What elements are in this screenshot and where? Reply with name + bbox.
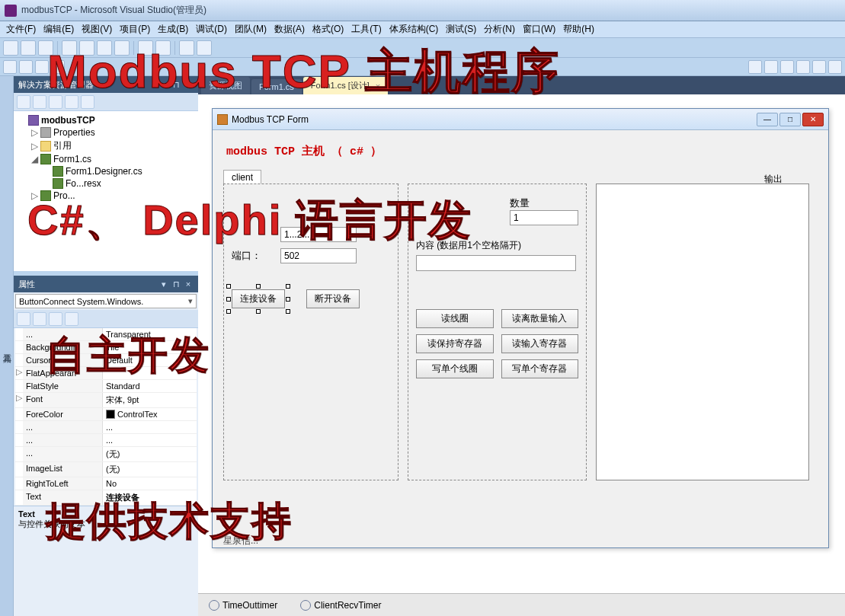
property-row[interactable]: FlatStyleStandard bbox=[15, 380, 197, 393]
menu-item[interactable]: 帮助(H) bbox=[560, 21, 597, 37]
menu-item[interactable]: 生成(B) bbox=[155, 21, 191, 37]
toolbar-button[interactable] bbox=[81, 95, 94, 109]
tree-item[interactable]: Form1.Designer.cs bbox=[15, 165, 197, 177]
menu-item[interactable]: 项目(P) bbox=[117, 21, 153, 37]
form-designer[interactable]: Modbus TCP Form — □ ✕ modbus TCP 主机 （ c#… bbox=[198, 94, 845, 593]
modbus-op-button[interactable]: 读线圈 bbox=[416, 309, 494, 328]
timer-component[interactable]: ClientRecvTimer bbox=[300, 600, 381, 611]
toolbox-tab[interactable]: 工具箱 bbox=[0, 76, 14, 616]
toolbar-button[interactable] bbox=[17, 312, 30, 326]
property-row[interactable]: BackgroundInTile bbox=[15, 341, 197, 354]
toolbar-button[interactable] bbox=[179, 40, 194, 56]
menu-item[interactable]: 数据(A) bbox=[271, 21, 308, 37]
toolbar-button[interactable] bbox=[155, 40, 171, 56]
timer-component[interactable]: TimeOuttimer bbox=[209, 600, 277, 611]
toolbar-button[interactable] bbox=[35, 60, 49, 74]
toolbar-button[interactable] bbox=[828, 60, 842, 74]
modbus-op-button[interactable]: 写单个线圈 bbox=[416, 359, 494, 378]
toolbar-button[interactable] bbox=[33, 312, 46, 326]
ip-input[interactable] bbox=[280, 227, 357, 242]
toolbar-button[interactable] bbox=[65, 312, 78, 326]
close-button[interactable]: ✕ bbox=[802, 113, 824, 126]
property-row[interactable]: ▷FlatAppearan bbox=[15, 367, 197, 380]
tree-item[interactable]: ▷Properties bbox=[15, 126, 197, 139]
toolbar-button[interactable] bbox=[38, 40, 53, 56]
dropdown-icon[interactable]: ▾ bbox=[158, 279, 169, 289]
toolbar-button[interactable] bbox=[138, 40, 153, 56]
menu-item[interactable]: 编辑(E) bbox=[40, 21, 77, 37]
close-icon[interactable]: × bbox=[376, 81, 380, 91]
modbus-op-button[interactable]: 读离散量输入 bbox=[501, 309, 579, 328]
toolbar-button[interactable] bbox=[97, 40, 112, 56]
toolbar-button[interactable] bbox=[3, 60, 17, 74]
toolbar-button[interactable] bbox=[17, 95, 30, 109]
tree-item[interactable]: ▷引用 bbox=[15, 139, 197, 153]
designed-form[interactable]: Modbus TCP Form — □ ✕ modbus TCP 主机 （ c#… bbox=[212, 108, 829, 548]
qty-input[interactable] bbox=[510, 210, 578, 225]
property-row[interactable]: ...Transparent bbox=[15, 328, 197, 341]
property-row[interactable]: ForeColorControlTex bbox=[15, 408, 197, 421]
menu-item[interactable]: 视图(V) bbox=[78, 21, 115, 37]
menu-item[interactable]: 调试(D) bbox=[193, 21, 230, 37]
toolbar-button[interactable] bbox=[49, 95, 62, 109]
properties-grid[interactable]: ...TransparentBackgroundInTileCursorDefa… bbox=[15, 328, 197, 506]
menu-item[interactable]: 测试(S) bbox=[443, 21, 479, 37]
content-input[interactable] bbox=[416, 255, 576, 271]
toolbar-button[interactable] bbox=[812, 60, 826, 74]
toolbar-button[interactable] bbox=[21, 40, 36, 56]
toolbar-button[interactable] bbox=[197, 40, 212, 56]
toolbar-button[interactable] bbox=[780, 60, 794, 74]
tree-item[interactable]: modbusTCP bbox=[15, 114, 197, 126]
menu-item[interactable]: 分析(N) bbox=[481, 21, 518, 37]
toolbar-button[interactable] bbox=[62, 40, 77, 56]
tab-client[interactable]: client bbox=[223, 170, 261, 184]
expand-icon[interactable]: ▷ bbox=[30, 141, 38, 152]
document-tab[interactable]: Form1.cs [设计]× bbox=[303, 77, 388, 94]
property-row[interactable]: ▷Font宋体, 9pt bbox=[15, 393, 197, 408]
menu-item[interactable]: 文件(F) bbox=[3, 21, 39, 37]
close-icon[interactable]: × bbox=[183, 279, 194, 289]
document-tab[interactable]: Form1.cs bbox=[251, 79, 302, 94]
port-input[interactable] bbox=[280, 248, 357, 263]
property-row[interactable]: CursorDefault bbox=[15, 354, 197, 367]
tree-item[interactable]: Fo...resx bbox=[15, 177, 197, 190]
property-row[interactable]: ...... bbox=[15, 421, 197, 434]
dropdown-icon[interactable]: ▾ bbox=[158, 79, 169, 90]
property-row[interactable]: Text连接设备 bbox=[15, 490, 197, 506]
toolbar-button[interactable] bbox=[748, 60, 762, 74]
property-row[interactable]: ImageList(无) bbox=[15, 462, 197, 477]
toolbar-button[interactable] bbox=[33, 95, 46, 109]
maximize-button[interactable]: □ bbox=[779, 113, 801, 126]
toolbar-button[interactable] bbox=[79, 40, 94, 56]
pin-icon[interactable]: ⊓ bbox=[171, 279, 181, 289]
pin-icon[interactable]: ⊓ bbox=[171, 79, 181, 90]
toolbar-button[interactable] bbox=[19, 60, 33, 74]
toolbar-button[interactable] bbox=[51, 60, 65, 74]
tree-item[interactable]: ◢Form1.cs bbox=[15, 153, 197, 165]
menu-item[interactable]: 格式(O) bbox=[309, 21, 347, 37]
modbus-op-button[interactable]: 读保持寄存器 bbox=[416, 334, 494, 353]
toolbar-button[interactable] bbox=[114, 40, 130, 56]
expand-icon[interactable]: ◢ bbox=[30, 154, 38, 164]
output-textbox[interactable] bbox=[596, 184, 809, 480]
menu-item[interactable]: 团队(M) bbox=[232, 21, 270, 37]
menu-item[interactable]: 体系结构(C) bbox=[386, 21, 442, 37]
minimize-button[interactable]: — bbox=[757, 113, 778, 126]
toolbar-button[interactable] bbox=[764, 60, 778, 74]
property-row[interactable]: ...... bbox=[15, 434, 197, 447]
disconnect-button[interactable]: 断开设备 bbox=[306, 289, 360, 308]
property-row[interactable]: RightToLeftNo bbox=[15, 477, 197, 490]
solution-tree[interactable]: modbusTCP▷Properties▷引用◢Form1.csForm1.De… bbox=[14, 111, 198, 271]
toolbar-button[interactable] bbox=[796, 60, 810, 74]
document-tab[interactable]: 资源视图 bbox=[201, 77, 250, 94]
tree-item[interactable]: ▷Pro... bbox=[15, 190, 197, 202]
menu-item[interactable]: 窗口(W) bbox=[520, 21, 559, 37]
modbus-op-button[interactable]: 读输入寄存器 bbox=[501, 334, 579, 353]
toolbar-button[interactable] bbox=[49, 312, 62, 326]
toolbar-button[interactable] bbox=[65, 95, 78, 109]
property-row[interactable]: ...(无) bbox=[15, 447, 197, 462]
menu-item[interactable]: 工具(T) bbox=[348, 21, 384, 37]
close-icon[interactable]: × bbox=[183, 79, 194, 90]
expand-icon[interactable]: ▷ bbox=[30, 127, 38, 138]
expand-icon[interactable]: ▷ bbox=[30, 190, 38, 201]
